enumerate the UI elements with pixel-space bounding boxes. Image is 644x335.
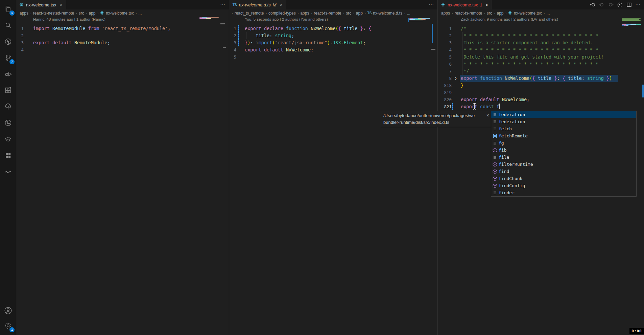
- recording-timer: 0:00: [629, 328, 644, 334]
- prev-change-icon[interactable]: [599, 2, 604, 8]
- code-editor[interactable]: 1export declare function NxWelcome({ tit…: [229, 25, 437, 61]
- tab-close-icon[interactable]: ×: [280, 2, 283, 7]
- code-line: 3export default RemoteModule;: [16, 39, 229, 46]
- breadcrumb-item[interactable]: react-ts-remote: [314, 11, 341, 16]
- extensions-icon[interactable]: [0, 83, 16, 98]
- breadcrumb-item[interactable]: src: [79, 11, 84, 16]
- more-actions-icon[interactable]: ⋯: [429, 2, 434, 8]
- code-editor[interactable]: 1/*2 * * * * * * * * * * * * * * * * * *…: [438, 25, 644, 110]
- tooltip-path-line1: /Users/bytedance/outter/universe/package…: [383, 112, 483, 119]
- go-back-icon[interactable]: [590, 2, 595, 8]
- suggestion-item-find[interactable]: find: [491, 168, 636, 175]
- suggestion-label: federation: [499, 119, 525, 124]
- breadcrumb-item[interactable]: src: [487, 11, 492, 16]
- suggestion-item-findChunk[interactable]: findChunk: [491, 175, 636, 182]
- grid-icon[interactable]: [0, 148, 16, 163]
- suggestion-item-fg[interactable]: fg: [491, 139, 636, 147]
- git-graph-icon[interactable]: [0, 115, 16, 131]
- search-icon[interactable]: [0, 18, 16, 33]
- suggestion-item-finder[interactable]: finder: [491, 189, 636, 196]
- pointer-circle-icon[interactable]: [617, 2, 623, 8]
- tab-nx-welcome-tsx-errors[interactable]: nx-welcome.tsx 1 ●: [438, 0, 492, 9]
- suggestion-item-findConfig[interactable]: findConfig: [491, 182, 636, 189]
- breadcrumb-item[interactable]: nx-welcome.tsx: [508, 11, 542, 16]
- breadcrumb-item[interactable]: app: [356, 11, 363, 16]
- breadcrumb-item[interactable]: react-ts-remote: [455, 11, 482, 16]
- code-text: export const f: [461, 103, 500, 110]
- codelens[interactable]: Hanric, 48 minutes ago | 1 author (Hanri…: [33, 17, 105, 21]
- tab-label: nx-welcome.tsx: [26, 2, 56, 7]
- breadcrumb-item[interactable]: apps: [441, 11, 450, 16]
- line-number: 2: [16, 32, 24, 39]
- gutter: [452, 53, 461, 61]
- line-number: 4: [438, 46, 452, 53]
- breadcrumb-item[interactable]: compiled-types: [268, 11, 296, 16]
- breadcrumb-item[interactable]: nx-welcome.tsx: [100, 11, 134, 16]
- breadcrumb-item[interactable]: react_ts_remote: [235, 11, 264, 16]
- suggestion-item-federation[interactable]: federation: [491, 118, 636, 125]
- dirty-indicator[interactable]: ●: [486, 3, 488, 7]
- accounts-icon[interactable]: [0, 303, 16, 318]
- breadcrumb-item[interactable]: src: [346, 11, 351, 16]
- suggestion-item-fetch[interactable]: fetch: [491, 125, 636, 132]
- suggestion-item-fetchRemote[interactable]: fetchRemote: [491, 132, 636, 139]
- breadcrumb-item[interactable]: apps: [20, 11, 28, 16]
- minimap[interactable]: [199, 17, 220, 20]
- suggestion-label: file: [499, 155, 509, 160]
- next-change-icon[interactable]: [608, 2, 614, 8]
- breadcrumb-item[interactable]: app: [497, 11, 503, 16]
- breadcrumb-item[interactable]: TSnx-welcome.d.ts: [367, 11, 402, 16]
- suggestion-item-fib[interactable]: fib: [491, 147, 636, 154]
- tab-nx-welcome-tsx[interactable]: nx-welcome.tsx ×: [16, 0, 66, 9]
- breadcrumb-item[interactable]: app: [89, 11, 95, 16]
- breadcrumb-item[interactable]: ...: [407, 11, 410, 16]
- line-number: 3: [229, 39, 236, 46]
- breadcrumb-item[interactable]: react-ts-nested-remote: [33, 11, 74, 16]
- split-editor-icon[interactable]: [626, 2, 632, 8]
- suggestion-item-file[interactable]: file: [491, 154, 636, 161]
- source-control-icon[interactable]: 7: [0, 50, 16, 66]
- breadcrumb-item[interactable]: ...: [546, 11, 550, 16]
- run-and-debug-icon[interactable]: [0, 66, 16, 82]
- breadcrumb[interactable]: ›react_ts_remote›compiled-types›apps›rea…: [229, 10, 437, 16]
- code-text: export default NxWelcome;: [245, 46, 313, 53]
- settings-gear-icon[interactable]: 1: [0, 318, 16, 334]
- tab-bar: nx-welcome.tsx 1 ● ⋯: [438, 0, 644, 9]
- codelens[interactable]: You, 5 seconds ago | 2 authors (You and …: [245, 17, 328, 21]
- more-actions-icon[interactable]: ⋯: [220, 2, 225, 8]
- tab-nx-welcome-dts[interactable]: TS nx-welcome.d.ts M ×: [229, 0, 286, 9]
- suggestion-item-filterRuntime[interactable]: filterRuntime: [491, 161, 636, 168]
- line-number: 4: [229, 46, 236, 53]
- react-file-icon: [441, 3, 446, 7]
- editor-pane-1: nx-welcome.tsx × ⋯ apps›react-ts-nested-…: [16, 0, 229, 335]
- tooltip-close-icon[interactable]: ×: [486, 112, 489, 119]
- code-line: 5 Delete this file and get started with …: [438, 53, 644, 61]
- code-editor[interactable]: 1import RemoteModule from 'react_ts_remo…: [16, 25, 229, 53]
- line-number: 1: [438, 25, 452, 32]
- code-text: import RemoteModule from 'react_ts_remot…: [33, 25, 170, 32]
- tab-bar: TS nx-welcome.d.ts M × ⋯: [229, 0, 437, 9]
- layers-icon[interactable]: [0, 131, 16, 147]
- code-text: title: string;: [245, 32, 294, 39]
- code-line: 819: [438, 89, 644, 96]
- todo-tree-icon[interactable]: [0, 99, 16, 114]
- fold-chevron-icon[interactable]: ❯: [455, 75, 457, 82]
- method-suggestion-icon: [491, 169, 499, 174]
- suggest-details-tooltip: /Users/bytedance/outter/universe/package…: [381, 111, 491, 127]
- minimap[interactable]: [622, 18, 642, 27]
- breadcrumb[interactable]: apps›react-ts-nested-remote›src›app›nx-w…: [16, 10, 229, 16]
- squiggle-icon[interactable]: [0, 164, 16, 179]
- codelens[interactable]: Zack Jackson, 9 months ago | 2 authors (…: [461, 17, 558, 21]
- scrollbar-slider[interactable]: [642, 85, 644, 97]
- tab-close-icon[interactable]: ×: [60, 2, 63, 7]
- more-actions-icon[interactable]: ⋯: [635, 2, 641, 8]
- minimap[interactable]: [409, 18, 432, 22]
- suggestion-item-federation[interactable]: federation: [491, 111, 636, 118]
- breadcrumb-item[interactable]: ...: [139, 11, 142, 16]
- pointer-circle-icon[interactable]: [0, 34, 16, 49]
- breadcrumb-item[interactable]: apps: [300, 11, 309, 16]
- breadcrumb[interactable]: apps›react-ts-remote›src›app›nx-welcome.…: [438, 10, 644, 16]
- overview-modified-marker: [432, 24, 433, 43]
- line-number: 3: [438, 39, 452, 46]
- explorer-icon[interactable]: 1: [0, 1, 16, 17]
